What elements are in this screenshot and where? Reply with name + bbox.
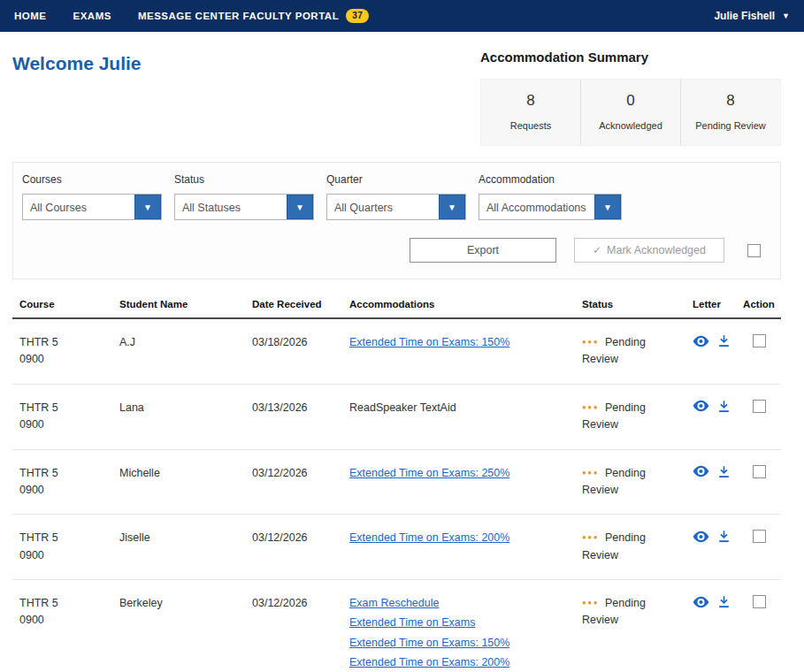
filter-status: Status All Statuses ▼ — [174, 173, 314, 220]
col-accommodations: Accommodations — [342, 299, 575, 309]
export-button[interactable]: Export — [410, 238, 556, 263]
letter-cell — [685, 515, 737, 579]
dropdown-arrow-icon[interactable]: ▼ — [439, 195, 465, 219]
date-received-cell: 03/12/2026 — [245, 515, 342, 579]
accommodations-cell: Exam RescheduleExtended Time on ExamsExt… — [342, 580, 575, 672]
date-received-cell: 03/13/2026 — [245, 385, 342, 449]
filter-accommodation: Accommodation All Accommodations ▼ — [479, 173, 622, 220]
top-navbar: HOME EXAMS MESSAGE CENTER FACULTY PORTAL… — [0, 0, 804, 32]
row-checkbox[interactable] — [753, 465, 766, 478]
mark-acknowledged-label: Mark Acknowledged — [607, 244, 706, 256]
row-checkbox[interactable] — [753, 530, 766, 543]
accommodation-summary: Accommodation Summary 8 Requests 0 Ackno… — [480, 50, 781, 146]
course-cell: THTR 5 0900 — [12, 450, 112, 515]
quarter-select[interactable]: All Quarters ▼ — [326, 194, 466, 220]
letter-cell — [685, 319, 737, 384]
view-letter-eye-icon[interactable] — [693, 335, 709, 353]
course-cell: THTR 5 0900 — [12, 580, 112, 672]
action-cell — [737, 385, 781, 449]
table-body: THTR 5 0900A.J03/18/2026Extended Time on… — [12, 319, 781, 672]
view-letter-eye-icon[interactable] — [693, 465, 709, 483]
col-course: Course — [12, 299, 112, 309]
actions-row: Export ✓ Mark Acknowledged — [22, 238, 771, 263]
courses-select[interactable]: All Courses ▼ — [22, 194, 162, 220]
status-select[interactable]: All Statuses ▼ — [174, 194, 314, 220]
dropdown-arrow-icon[interactable]: ▼ — [134, 195, 161, 219]
action-cell — [737, 515, 781, 579]
acknowledged-count: 0 — [585, 92, 677, 110]
pending-dots-icon: ●●● — [582, 599, 599, 607]
row-checkbox[interactable] — [753, 334, 766, 347]
nav-home[interactable]: HOME — [14, 11, 47, 21]
nav-links: HOME EXAMS MESSAGE CENTER FACULTY PORTAL… — [14, 9, 395, 23]
download-letter-icon[interactable] — [717, 465, 731, 484]
table-row: THTR 5 0900Lana03/13/2026ReadSpeaker Tex… — [12, 385, 781, 450]
table-row: THTR 5 0900Michelle03/12/2026Extended Ti… — [12, 450, 781, 515]
letter-cell — [685, 450, 737, 515]
table-row: THTR 5 0900Jiselle03/12/2026Extended Tim… — [12, 515, 781, 580]
accommodation-select[interactable]: All Accommodations ▼ — [479, 194, 622, 220]
row-checkbox[interactable] — [753, 400, 766, 413]
row-checkbox[interactable] — [753, 595, 766, 608]
user-name: Julie Fishell — [714, 10, 775, 22]
nav-exams[interactable]: EXAMS — [73, 11, 111, 21]
student-name-cell: Lana — [112, 385, 245, 449]
dropdown-arrow-icon[interactable]: ▼ — [287, 195, 313, 219]
user-menu[interactable]: Julie Fishell ▼ — [714, 10, 790, 22]
header-section: Welcome Julie Accommodation Summary 8 Re… — [0, 32, 804, 146]
status-cell: ●●●Pending Review — [575, 385, 685, 449]
accommodation-link[interactable]: Extended Time on Exams: 200% — [349, 654, 563, 671]
view-letter-eye-icon[interactable] — [693, 400, 709, 417]
accommodation-link[interactable]: Extended Time on Exams: 150% — [349, 635, 563, 652]
letter-cell — [685, 385, 737, 449]
download-letter-icon[interactable] — [717, 334, 731, 353]
letter-cell — [685, 580, 737, 672]
view-letter-eye-icon[interactable] — [693, 596, 709, 614]
download-letter-icon[interactable] — [717, 400, 731, 418]
acknowledged-label: Acknowledged — [585, 120, 677, 131]
pending-label: Pending Review — [685, 120, 777, 131]
download-letter-icon[interactable] — [717, 530, 731, 548]
course-cell: THTR 5 0900 — [12, 515, 112, 579]
chevron-down-icon: ▼ — [782, 11, 790, 20]
filter-courses: Courses All Courses ▼ — [22, 173, 162, 220]
dropdown-arrow-icon[interactable]: ▼ — [594, 195, 621, 219]
accommodation-link[interactable]: Extended Time on Exams: 250% — [349, 465, 563, 482]
col-student-name: Student Name — [112, 299, 245, 309]
select-all-checkbox[interactable] — [747, 244, 761, 257]
requests-label: Requests — [485, 120, 577, 131]
accommodation-link[interactable]: Exam Reschedule — [349, 595, 563, 612]
course-cell: THTR 5 0900 — [12, 319, 112, 384]
view-letter-eye-icon[interactable] — [693, 531, 709, 548]
status-cell: ●●●Pending Review — [575, 580, 685, 672]
mark-acknowledged-button[interactable]: ✓ Mark Acknowledged — [574, 238, 724, 263]
page-title: Welcome Julie — [12, 50, 142, 146]
nav-message-center-label: MESSAGE CENTER FACULTY PORTAL — [138, 11, 339, 21]
accommodation-link[interactable]: Extended Time on Exams — [349, 615, 563, 631]
col-action: Action — [737, 299, 781, 309]
student-name-cell: Jiselle — [112, 515, 245, 579]
col-date-received: Date Received — [245, 299, 342, 309]
filter-row: Courses All Courses ▼ Status All Statuse… — [22, 173, 771, 220]
accommodation-link[interactable]: Extended Time on Exams: 200% — [349, 530, 563, 546]
accommodation-text: ReadSpeaker TextAid — [349, 400, 563, 416]
pending-dots-icon: ●●● — [582, 469, 599, 477]
download-letter-icon[interactable] — [717, 595, 731, 614]
table-header: Course Student Name Date Received Accomm… — [12, 299, 781, 319]
requests-count: 8 — [485, 92, 577, 110]
table-row: THTR 5 0900Berkeley03/12/2026Exam Resche… — [12, 580, 781, 672]
nav-message-center[interactable]: MESSAGE CENTER FACULTY PORTAL 37 — [138, 9, 369, 23]
pending-dots-icon: ●●● — [582, 403, 599, 411]
student-name-cell: Michelle — [112, 450, 245, 515]
pending-count: 8 — [685, 92, 777, 110]
status-cell: ●●●Pending Review — [575, 319, 685, 384]
col-letter: Letter — [685, 299, 737, 309]
message-count-badge: 37 — [346, 9, 369, 23]
student-name-cell: A.J — [112, 319, 245, 384]
course-cell: THTR 5 0900 — [12, 385, 112, 449]
accommodation-link[interactable]: Extended Time on Exams: 150% — [349, 334, 563, 351]
summary-acknowledged: 0 Acknowledged — [581, 80, 681, 145]
pending-dots-icon: ●●● — [582, 533, 599, 541]
quarter-label: Quarter — [326, 173, 466, 186]
action-cell — [737, 450, 781, 515]
